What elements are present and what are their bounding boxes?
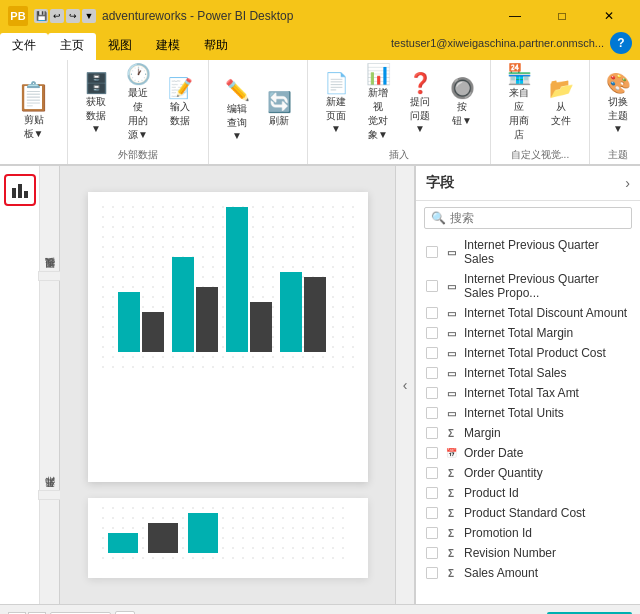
store-icon: 🏪: [507, 64, 532, 84]
extra-btn[interactable]: ▼: [82, 9, 96, 23]
field-checkbox-its[interactable]: [426, 367, 438, 379]
field-item-orderqty[interactable]: Σ Order Quantity: [416, 463, 640, 483]
new-page-label: 新建页面▼: [322, 95, 350, 134]
qa-btn[interactable]: ❓ 提问问题▼: [400, 69, 440, 138]
field-item-itm[interactable]: ▭ Internet Total Margin: [416, 323, 640, 343]
field-type-rect-itpc: ▭: [444, 346, 458, 360]
field-checkbox-ippqsp[interactable]: [426, 280, 438, 292]
field-item-its[interactable]: ▭ Internet Total Sales: [416, 363, 640, 383]
qa-icon: ❓: [408, 73, 433, 93]
field-checkbox-itu[interactable]: [426, 407, 438, 419]
ribbon-group-external: 🗄️ 获取数据▼ 🕐 最近使用的源▼ 📝 输入数据 外部数据: [68, 60, 209, 164]
second-chart-panel[interactable]: [88, 498, 368, 578]
field-item-ippqsp[interactable]: ▭ Internet Previous Quarter Sales Propo.…: [416, 269, 640, 303]
minimize-btn[interactable]: —: [492, 0, 538, 32]
field-item-margin[interactable]: Σ Margin: [416, 423, 640, 443]
field-checkbox-revnum[interactable]: [426, 547, 438, 559]
panel-close-btn[interactable]: ›: [625, 175, 630, 191]
field-type-sigma-revnum: Σ: [444, 546, 458, 560]
field-item-productid[interactable]: Σ Product Id: [416, 483, 640, 503]
recent-icon: 🕐: [126, 64, 151, 84]
tab-model[interactable]: 建模: [144, 33, 192, 60]
field-checkbox-margin[interactable]: [426, 427, 438, 439]
field-checkbox-ippqs[interactable]: [426, 246, 438, 258]
report-view-icon[interactable]: [4, 174, 36, 206]
tab-home[interactable]: 主页: [48, 33, 96, 60]
help-button[interactable]: ?: [610, 32, 632, 54]
redo-btn[interactable]: ↪: [66, 9, 80, 23]
canvas-panels: [88, 192, 368, 578]
switch-theme-btn[interactable]: 🎨 切换主题▼: [598, 69, 638, 138]
new-page-icon: 📄: [324, 73, 349, 93]
paste-btn[interactable]: 📋 剪贴板▼: [8, 76, 59, 145]
field-checkbox-psc[interactable]: [426, 507, 438, 519]
new-page-btn[interactable]: 📄 新建页面▼: [316, 69, 356, 138]
field-checkbox-productid[interactable]: [426, 487, 438, 499]
file-icon: 📂: [549, 78, 574, 98]
canvas-wrapper[interactable]: [60, 166, 395, 604]
field-item-revnum[interactable]: Σ Revision Number: [416, 543, 640, 563]
field-item-itpc[interactable]: ▭ Internet Total Product Cost: [416, 343, 640, 363]
field-item-salesamt[interactable]: Σ Sales Amount: [416, 563, 640, 583]
field-checkbox-itpc[interactable]: [426, 347, 438, 359]
field-checkbox-salesamt[interactable]: [426, 567, 438, 579]
edit-label: 编辑查询▼: [223, 102, 251, 141]
field-type-rect-ippqs: ▭: [444, 245, 458, 259]
field-checkbox-itta[interactable]: [426, 387, 438, 399]
field-name-itda: Internet Total Discount Amount: [464, 306, 627, 320]
user-area: testuser1@xiweigaschina.partner.onmsch..…: [383, 32, 640, 60]
qa-label: 提问问题▼: [406, 95, 434, 134]
close-btn[interactable]: ✕: [586, 0, 632, 32]
field-checkbox-itda[interactable]: [426, 307, 438, 319]
field-name-itu: Internet Total Units: [464, 406, 564, 420]
undo-btn[interactable]: ↩: [50, 9, 64, 23]
insert-group-label: 插入: [389, 148, 409, 164]
field-checkbox-orderqty[interactable]: [426, 467, 438, 479]
from-store-btn[interactable]: 🏪 来自应用商店: [499, 60, 539, 146]
add-page-btn[interactable]: +: [115, 611, 135, 615]
from-file-btn[interactable]: 📂 从文件: [541, 74, 581, 132]
field-item-promotionid[interactable]: Σ Promotion Id: [416, 523, 640, 543]
maximize-btn[interactable]: □: [539, 0, 585, 32]
button-btn[interactable]: 🔘 按钮▼: [442, 74, 482, 132]
field-type-plain-orderdate: 📅: [444, 446, 458, 460]
tab-view[interactable]: 视图: [96, 33, 144, 60]
svg-rect-2: [24, 191, 28, 198]
save-btn[interactable]: 💾: [34, 9, 48, 23]
field-item-orderdate[interactable]: 📅 Order Date: [416, 443, 640, 463]
field-checkbox-itm[interactable]: [426, 327, 438, 339]
input-data-btn[interactable]: 📝 输入数据: [160, 74, 200, 132]
report-view-label: 报表视图: [38, 271, 62, 281]
field-checkbox-orderdate[interactable]: [426, 447, 438, 459]
field-type-sigma-promotionid: Σ: [444, 526, 458, 540]
svg-rect-1: [18, 184, 22, 198]
new-visual-btn[interactable]: 📊 新增视觉对象▼: [358, 60, 398, 146]
tab-file[interactable]: 文件: [0, 33, 48, 60]
edit-query-btn[interactable]: ✏️ 编辑查询▼: [217, 76, 257, 145]
left-sidebar: [0, 166, 40, 604]
main-chart-panel[interactable]: [88, 192, 368, 482]
insert-items: 📄 新建页面▼ 📊 新增视觉对象▼ ❓ 提问问题▼ 🔘 按钮▼: [316, 60, 482, 146]
recent-sources-btn[interactable]: 🕐 最近使用的源▼: [118, 60, 158, 146]
field-item-itta[interactable]: ▭ Internet Total Tax Amt: [416, 383, 640, 403]
field-type-sigma-salesamt: Σ: [444, 566, 458, 580]
tab-help[interactable]: 帮助: [192, 33, 240, 60]
bar-teal-2: [172, 257, 194, 352]
custom-items: 🏪 来自应用商店 📂 从文件: [499, 60, 581, 146]
theme-group-label: 主题: [608, 148, 628, 164]
refresh-btn[interactable]: 🔄 刷新: [259, 88, 299, 132]
collapse-btn[interactable]: ‹: [395, 166, 415, 604]
field-name-margin: Margin: [464, 426, 501, 440]
field-name-ippqs: Internet Previous Quarter Sales: [464, 238, 630, 266]
field-item-itda[interactable]: ▭ Internet Total Discount Amount: [416, 303, 640, 323]
field-item-ippqs[interactable]: ▭ Internet Previous Quarter Sales: [416, 235, 640, 269]
search-input[interactable]: [450, 211, 625, 225]
get-data-btn[interactable]: 🗄️ 获取数据▼: [76, 69, 116, 138]
bar-group-1: [118, 292, 164, 352]
search-box[interactable]: 🔍: [424, 207, 632, 229]
field-checkbox-promotionid[interactable]: [426, 527, 438, 539]
field-item-itu[interactable]: ▭ Internet Total Units: [416, 403, 640, 423]
field-item-psc[interactable]: Σ Product Standard Cost: [416, 503, 640, 523]
button-icon: 🔘: [450, 78, 475, 98]
new-visual-label: 新增视觉对象▼: [364, 86, 392, 142]
